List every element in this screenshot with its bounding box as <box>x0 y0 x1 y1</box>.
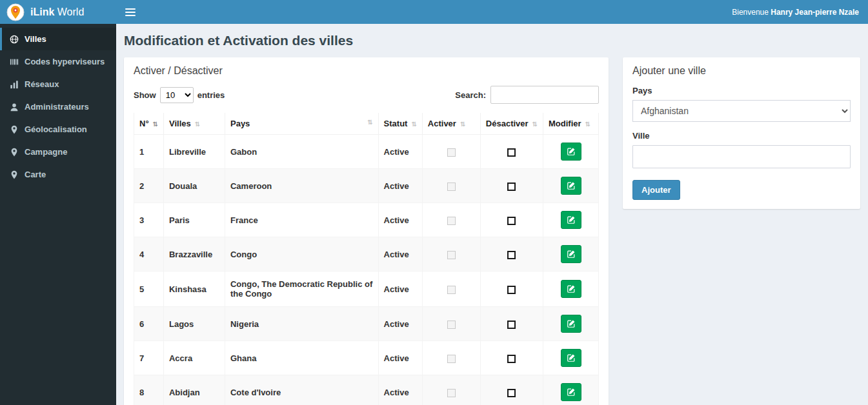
activer-checkbox <box>447 148 456 157</box>
cell-activer <box>422 169 480 203</box>
activer-checkbox <box>447 183 456 191</box>
app-logo-icon <box>6 3 25 21</box>
bar-chart-icon <box>10 80 19 89</box>
column-header-villes[interactable]: Villes⇅ <box>163 113 225 135</box>
column-header-pays[interactable]: Pays⇅ <box>225 113 378 135</box>
pays-select[interactable]: Afghanistan <box>632 100 851 122</box>
sidebar-item-label: Campagne <box>25 147 67 157</box>
edit-pencil-icon <box>567 284 576 293</box>
edit-button[interactable] <box>561 245 581 263</box>
desactiver-checkbox[interactable] <box>507 355 516 363</box>
sidebar-menu: Villes Codes hyperviseurs Réseaux Admini… <box>0 28 116 186</box>
column-header-desactiver[interactable]: Désactiver⇅ <box>480 113 543 135</box>
sort-icon: ⇅ <box>532 121 538 128</box>
desactiver-checkbox[interactable] <box>507 148 516 157</box>
cell-modifier <box>543 135 599 169</box>
sort-icon: ⇅ <box>460 121 465 128</box>
cell-activer <box>422 135 480 169</box>
sidebar-item-reseaux[interactable]: Réseaux <box>0 73 116 95</box>
cell-num: 3 <box>134 203 164 237</box>
datatable-controls: Show 10 entries Search: <box>134 86 599 104</box>
search-label: Search: <box>455 90 486 100</box>
activer-checkbox <box>447 321 456 329</box>
desactiver-checkbox[interactable] <box>507 389 516 397</box>
sidebar-item-label: Réseaux <box>25 79 59 89</box>
cell-pays: Congo <box>225 237 378 272</box>
user-icon <box>10 103 19 112</box>
cell-num: 6 <box>134 307 164 341</box>
table-body: 1 Libreville Gabon Active <box>134 135 599 405</box>
cell-pays: Ghana <box>225 341 378 375</box>
sidebar-item-administrateurs[interactable]: Administrateurs <box>0 95 116 118</box>
column-header-statut[interactable]: Statut⇅ <box>378 113 422 135</box>
edit-pencil-icon <box>567 181 576 190</box>
cell-pays: France <box>225 203 378 237</box>
edit-button[interactable] <box>561 280 581 298</box>
desactiver-checkbox[interactable] <box>507 217 516 225</box>
cell-pays: Gabon <box>225 135 378 169</box>
sidebar-item-campagne[interactable]: Campagne <box>0 141 116 163</box>
desactiver-checkbox[interactable] <box>507 183 516 191</box>
table-row: 2 Douala Cameroon Active <box>134 169 599 203</box>
search-control: Search: <box>455 86 599 104</box>
sidebar-item-geolocalisation[interactable]: Géolocalisation <box>0 118 116 141</box>
sidebar-item-label: Villes <box>25 34 46 44</box>
cell-statut: Active <box>378 307 422 341</box>
cell-statut: Active <box>378 203 422 237</box>
sidebar-item-label: Carte <box>25 170 46 179</box>
main-content: Modification et Activation des villes Ac… <box>116 24 868 405</box>
sidebar: Villes Codes hyperviseurs Réseaux Admini… <box>0 24 116 405</box>
edit-button[interactable] <box>561 177 581 195</box>
table-panel-title: Activer / Désactiver <box>134 65 599 77</box>
activer-checkbox <box>447 389 456 397</box>
column-header-activer[interactable]: Activer⇅ <box>422 113 480 135</box>
top-navbar: Bienvenue Hanry Jean-pierre Nzale <box>116 0 868 24</box>
desactiver-checkbox[interactable] <box>507 321 516 329</box>
edit-button[interactable] <box>561 349 581 367</box>
table-row: 4 Brazzaville Congo Active <box>134 237 599 272</box>
sidebar-toggle-icon[interactable] <box>125 8 136 16</box>
map-marker-icon <box>10 170 19 179</box>
column-header-modifier[interactable]: Modifier⇅ <box>543 113 599 135</box>
cell-statut: Active <box>378 341 422 375</box>
cell-desactiver <box>480 237 543 272</box>
welcome-user-name: Hanry Jean-pierre Nzale <box>771 8 859 17</box>
sidebar-item-codes-hyperviseurs[interactable]: Codes hyperviseurs <box>0 50 116 73</box>
brand-title-bold: iLink <box>30 6 54 17</box>
page-title: Modification et Activation des villes <box>124 33 860 48</box>
entries-length-select[interactable]: 10 <box>160 87 194 103</box>
sidebar-item-villes[interactable]: Villes <box>0 28 116 50</box>
add-panel-title: Ajouter une ville <box>632 65 851 77</box>
sidebar-item-carte[interactable]: Carte <box>0 163 116 186</box>
cell-activer <box>422 272 480 307</box>
cell-modifier <box>543 375 599 405</box>
edit-pencil-icon <box>567 147 576 156</box>
cities-table-panel: Activer / Désactiver Show 10 entries Sea… <box>124 57 609 405</box>
barcode-icon <box>10 57 19 66</box>
edit-button[interactable] <box>561 143 581 161</box>
cell-statut: Active <box>378 375 422 405</box>
edit-button[interactable] <box>561 315 581 333</box>
activer-checkbox <box>447 286 456 294</box>
cell-num: 8 <box>134 375 164 405</box>
desactiver-checkbox[interactable] <box>507 251 516 259</box>
add-city-panel: Ajouter une ville Pays Afghanistan Ville… <box>623 57 860 209</box>
edit-button[interactable] <box>561 383 581 401</box>
table-row: 8 Abidjan Cote d'Ivoire Active <box>134 375 599 405</box>
column-header-num[interactable]: N°⇅ <box>134 113 164 135</box>
ville-input[interactable] <box>632 145 851 168</box>
table-row: 5 Kinshasa Congo, The Democratic Republi… <box>134 272 599 307</box>
edit-button[interactable] <box>561 211 581 229</box>
cell-activer <box>422 341 480 375</box>
cell-activer <box>422 237 480 272</box>
search-input[interactable] <box>490 86 599 104</box>
cell-desactiver <box>480 307 543 341</box>
edit-pencil-icon <box>567 319 576 328</box>
edit-pencil-icon <box>567 250 576 259</box>
cell-ville: Libreville <box>163 135 225 169</box>
cell-num: 7 <box>134 341 164 375</box>
cell-modifier <box>543 237 599 272</box>
ajouter-button[interactable]: Ajouter <box>632 180 680 200</box>
desactiver-checkbox[interactable] <box>507 286 516 294</box>
ville-label: Ville <box>632 131 851 141</box>
